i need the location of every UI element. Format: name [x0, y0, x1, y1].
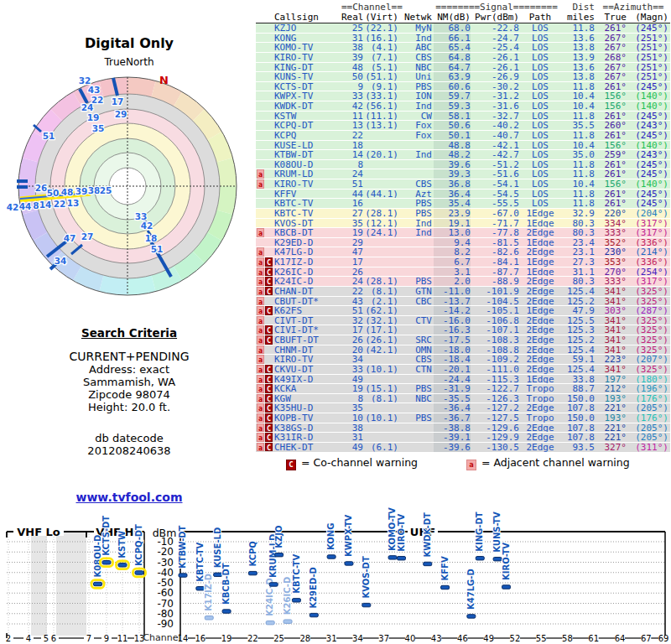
signal-marker [388, 556, 397, 559]
cell-mi: 11.8 [559, 199, 596, 208]
cell-mi: 125.3 [559, 325, 596, 335]
cell-virt: (22.1) [363, 23, 402, 33]
cell-pwr: -42.7 [471, 150, 521, 159]
cell-virt: (56.1) [363, 101, 402, 111]
cell-nm: 68.0 [434, 23, 471, 33]
cell-real: 14 [341, 150, 363, 159]
cell-path: 1Edge [521, 209, 559, 218]
signal-marker [467, 615, 476, 618]
cell-call: KING-DT [274, 63, 341, 72]
cell-nm: 50.1 [434, 131, 471, 140]
band-label-vhf-lo: VHF Lo [17, 526, 60, 538]
cell-net: Ind [402, 34, 434, 43]
cell-pwr: -127.2 [471, 403, 521, 413]
signal-marker [248, 571, 257, 574]
signal-marker [424, 562, 432, 565]
cell-nm: 9.4 [434, 238, 471, 247]
cell-magn: (325°) [627, 316, 670, 325]
cell-magn: (325°) [627, 287, 670, 296]
adjacent-channel-warning-icon: a [257, 384, 264, 393]
table-row: KCPQ-DT13(13.1)Fox50.6-40.2LOS35.5260°(2… [256, 121, 670, 131]
co-channel-warning-icon: C [265, 306, 273, 315]
table-row: KWPX-TV33(33.1)ION59.7-31.2LOS10.4156°(1… [256, 91, 670, 101]
station-label: KOMO-TV [388, 507, 397, 551]
radar-channel-label: 8 [33, 200, 39, 210]
cell-real: 51 [341, 179, 363, 189]
tvfool-link[interactable]: www.tvfool.com [76, 491, 183, 504]
table-row: KRUM-LD2439.3-51.6LOS11.8261°(245°)a [256, 169, 670, 179]
cell-real: 22 [341, 131, 363, 140]
cell-virt [363, 403, 402, 413]
dbm-tick-label: -10 [157, 536, 174, 548]
cell-mi: 59.1 [559, 355, 596, 364]
cell-real: 17 [341, 325, 363, 335]
cell-pwr: -26.1 [471, 63, 521, 72]
co-channel-warning-icon: C [265, 413, 273, 423]
cell-mi: 93.5 [559, 443, 596, 452]
cell-path: LOS [521, 199, 559, 208]
cell-nm: 48.8 [434, 141, 471, 150]
table-row: K26IC-D263.1-87.71Edge31.1270°(254°)aC [256, 267, 670, 278]
cell-real: 44 [341, 190, 363, 199]
cell-pwr: -109.2 [471, 355, 521, 364]
channel-tick-label: 49 [483, 634, 494, 643]
channel-tick-label: 16 [195, 634, 205, 643]
channel-tick-label: 19 [221, 634, 232, 643]
cell-magn: (336°) [627, 257, 670, 267]
radar-channel-label: 42 [141, 221, 153, 231]
radar-channel-label: 24 [81, 102, 94, 112]
cell-pwr: -31.2 [471, 91, 521, 101]
co-channel-warning-icon: C [265, 403, 273, 413]
cell-true: 193° [596, 413, 627, 423]
radar-channel-label: 51 [151, 244, 164, 254]
station-label: KRUM-LD [268, 534, 278, 578]
cell-pwr: -101.9 [471, 287, 521, 296]
cell-virt [363, 355, 402, 364]
col-nm: NM(dB) [434, 13, 471, 23]
cell-nm: 36.4 [434, 190, 471, 199]
table-row: KWDK-DT42(56.1)Ind59.3-31.6LOS10.4156°(1… [256, 101, 670, 112]
col-magn: (Magn) [627, 13, 670, 23]
dbm-tick-label: -60 [157, 587, 174, 599]
cell-virt [363, 238, 402, 247]
cell-mi: 47.9 [559, 306, 596, 315]
cell-nm: 39.3 [434, 169, 471, 179]
signal-marker [266, 621, 274, 624]
table-row: K47LG-D478.2-82.62Edge23.1230°(214°)a [256, 247, 670, 257]
radar-plot: N324322241729193551265048393825424481422… [0, 67, 258, 310]
cell-path: 2Edge [521, 247, 559, 257]
cell-real: 35 [341, 403, 363, 413]
cell-nm: 58.1 [434, 112, 471, 121]
cell-call: KOPB-TV [274, 413, 341, 423]
cell-path: 1Edge [521, 306, 559, 315]
signal-marker [269, 583, 278, 586]
cell-path: 2Edge [521, 277, 559, 286]
cell-nm: -20.1 [434, 365, 471, 374]
cell-true: 156° [596, 101, 627, 111]
cell-path: 1Edge [521, 375, 559, 384]
cell-call: K29ED-D [274, 238, 341, 247]
cell-net: PBS [402, 199, 434, 208]
cell-true: 221° [596, 423, 627, 433]
cell-mi: 13.8 [559, 43, 596, 52]
signal-marker [476, 557, 484, 560]
cell-nm: -35.5 [434, 394, 471, 403]
cell-mi: 13.9 [559, 53, 596, 62]
table-row: K31IR-D31-39.1-129.92Edge107.8221°(205°)… [256, 433, 670, 443]
cell-pwr: -30.2 [471, 82, 521, 91]
cell-call: K47LG-D [274, 247, 341, 257]
cell-pwr: -77.8 [471, 228, 521, 237]
cell-mi: 11.8 [559, 112, 596, 121]
cell-net [402, 238, 434, 247]
cell-real: 50 [341, 72, 363, 81]
signal-marker [214, 573, 222, 576]
table-row: KUNS-TV50(51.1)Uni63.9-26.9LOS13.8267°(2… [256, 72, 670, 82]
cell-nm: 13.0 [434, 228, 471, 237]
cell-real: 33 [341, 91, 363, 101]
channel-tick-label: 67 [641, 634, 652, 643]
cell-path: LOS [521, 160, 559, 169]
cell-nm: -39.1 [434, 433, 471, 442]
radar-channel-label: 38 [88, 185, 101, 195]
cell-nm: 66.1 [434, 34, 471, 43]
cell-net [402, 141, 434, 150]
